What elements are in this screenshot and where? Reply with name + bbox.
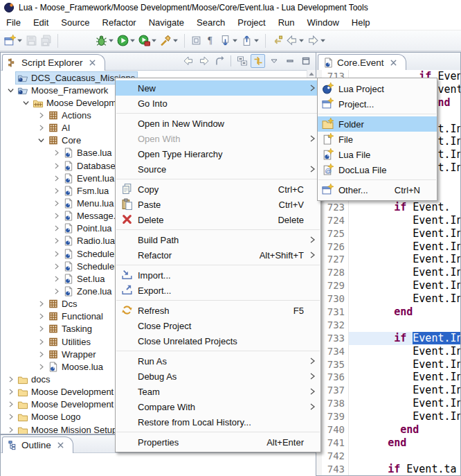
chevron-right-icon[interactable] xyxy=(51,248,62,259)
back-button[interactable] xyxy=(284,33,306,49)
new-submenu-item-project[interactable]: Project... xyxy=(318,96,437,112)
context-menu-item-close-unrelated-projects[interactable]: Close Unrelated Projects xyxy=(116,333,320,349)
line-number[interactable]: 742 xyxy=(322,450,349,463)
line-number[interactable]: 728 xyxy=(322,266,349,279)
context-menu-item-import[interactable]: Import... xyxy=(116,267,320,283)
menubar-refactor[interactable]: Refactor xyxy=(96,16,143,29)
minimize-button[interactable] xyxy=(282,54,297,68)
up-button[interactable] xyxy=(213,54,227,68)
line-number[interactable]: 731 xyxy=(322,306,349,319)
context-menu-item-refresh[interactable]: RefreshF5 xyxy=(116,303,320,318)
dropdown-caret-icon[interactable] xyxy=(298,35,305,46)
dropdown-caret-icon[interactable] xyxy=(253,35,260,46)
dropdown-caret-icon[interactable] xyxy=(129,35,136,46)
debug-button[interactable] xyxy=(94,33,116,49)
chevron-right-icon[interactable] xyxy=(5,373,16,385)
context-menu-item-copy[interactable]: CopyCtrl+C xyxy=(116,182,320,197)
line-number[interactable]: 737 xyxy=(322,384,349,397)
show-whitespace-button[interactable]: ¶ xyxy=(204,33,218,49)
chevron-right-icon[interactable] xyxy=(51,273,62,284)
chevron-right-icon[interactable] xyxy=(51,197,62,209)
chevron-right-icon[interactable] xyxy=(51,261,62,272)
chevron-right-icon[interactable] xyxy=(5,387,16,398)
chevron-right-icon[interactable] xyxy=(35,109,46,121)
line-number[interactable]: 733 xyxy=(322,332,349,345)
line-number[interactable]: 734 xyxy=(322,345,349,358)
chevron-right-icon[interactable] xyxy=(5,412,16,423)
chevron-right-icon[interactable] xyxy=(51,173,62,184)
new-submenu-item-lua-file[interactable]: Lua File xyxy=(318,147,437,162)
dropdown-caret-icon[interactable] xyxy=(320,35,326,46)
format-brush-button[interactable] xyxy=(159,33,180,49)
line-number[interactable]: 736 xyxy=(322,371,349,384)
menubar-project[interactable]: Project xyxy=(231,16,271,29)
back-button[interactable] xyxy=(181,54,195,68)
chevron-right-icon[interactable] xyxy=(5,399,16,410)
tab-outline[interactable]: Outline xyxy=(2,437,73,453)
context-menu-item-debug-as[interactable]: Debug As xyxy=(116,369,320,384)
line-number[interactable]: 727 xyxy=(322,253,349,266)
line-number[interactable]: 735 xyxy=(322,358,349,371)
context-menu-item-source[interactable]: Source xyxy=(116,161,320,177)
chevron-right-icon[interactable] xyxy=(51,223,62,234)
dropdown-caret-icon[interactable] xyxy=(232,35,238,46)
line-number[interactable]: 725 xyxy=(322,227,349,240)
context-menu-item-properties[interactable]: PropertiesAlt+Enter xyxy=(116,434,320,450)
chevron-down-icon[interactable] xyxy=(35,135,46,146)
chevron-right-icon[interactable] xyxy=(35,299,46,310)
close-icon[interactable] xyxy=(57,441,64,449)
context-menu-item-open-in-new-window[interactable]: Open in New Window xyxy=(116,116,320,131)
menubar-help[interactable]: Help xyxy=(345,16,377,29)
chevron-right-icon[interactable] xyxy=(35,349,46,360)
context-menu-item-go-into[interactable]: Go Into xyxy=(116,96,320,111)
line-number[interactable]: 729 xyxy=(322,279,349,292)
line-number[interactable]: 732 xyxy=(322,319,349,332)
dropdown-caret-icon[interactable] xyxy=(108,35,114,46)
new-submenu-item-lua-project[interactable]: Lua Project xyxy=(318,81,437,96)
dropdown-caret-icon[interactable] xyxy=(172,35,179,46)
menubar-edit[interactable]: Edit xyxy=(27,16,55,29)
context-menu-item-export[interactable]: Export... xyxy=(116,283,320,298)
view-menu-button[interactable] xyxy=(266,54,281,68)
line-number[interactable]: 730 xyxy=(322,292,349,306)
context-menu-item-team[interactable]: Team xyxy=(116,384,320,399)
chevron-right-icon[interactable] xyxy=(51,211,62,222)
line-number[interactable]: 741 xyxy=(322,437,349,450)
chevron-right-icon[interactable] xyxy=(51,160,62,171)
new-submenu-item-other[interactable]: Other...Ctrl+N xyxy=(318,182,437,197)
tab-core-event[interactable]: Core.Event xyxy=(318,54,406,71)
chevron-right-icon[interactable] xyxy=(5,424,16,434)
chevron-right-icon[interactable] xyxy=(51,285,62,297)
profile-button[interactable] xyxy=(137,33,159,49)
chevron-right-icon[interactable] xyxy=(35,336,46,347)
close-icon[interactable] xyxy=(89,59,96,67)
context-menu-item-new[interactable]: New xyxy=(116,80,320,96)
chevron-right-icon[interactable] xyxy=(51,185,62,196)
menubar-source[interactable]: Source xyxy=(55,16,96,29)
line-number[interactable]: 724 xyxy=(322,214,349,227)
new-wizard-button[interactable] xyxy=(3,33,24,49)
dropdown-caret-icon[interactable] xyxy=(151,35,157,46)
run-button[interactable] xyxy=(116,33,137,49)
chevron-right-icon[interactable] xyxy=(35,123,46,134)
menubar-file[interactable]: File xyxy=(0,16,27,29)
context-menu-item-run-as[interactable]: Run As xyxy=(116,353,320,369)
context-menu-item-close-project[interactable]: Close Project xyxy=(116,318,320,333)
chevron-right-icon[interactable] xyxy=(35,311,46,322)
context-menu-item-compare-with[interactable]: Compare With xyxy=(116,399,320,414)
close-icon[interactable] xyxy=(390,59,397,67)
line-number[interactable]: 739 xyxy=(322,410,349,423)
chevron-right-icon[interactable] xyxy=(35,324,46,335)
chevron-right-icon[interactable] xyxy=(51,148,62,159)
line-number[interactable]: 740 xyxy=(322,423,349,437)
context-menu-item-build-path[interactable]: Build Path xyxy=(116,232,320,247)
forward-button[interactable] xyxy=(197,54,211,68)
menubar-navigate[interactable]: Navigate xyxy=(143,16,190,29)
new-submenu-item-folder[interactable]: Folder xyxy=(318,116,437,132)
line-number[interactable]: 743 xyxy=(322,463,349,475)
chevron-right-icon[interactable] xyxy=(35,361,46,372)
tab-script-explorer[interactable]: Script Explorer xyxy=(2,54,105,71)
context-menu-item-paste[interactable]: PasteCtrl+V xyxy=(116,197,320,212)
next-annotation-button[interactable] xyxy=(218,33,239,49)
line-number[interactable]: 723 xyxy=(322,201,349,214)
